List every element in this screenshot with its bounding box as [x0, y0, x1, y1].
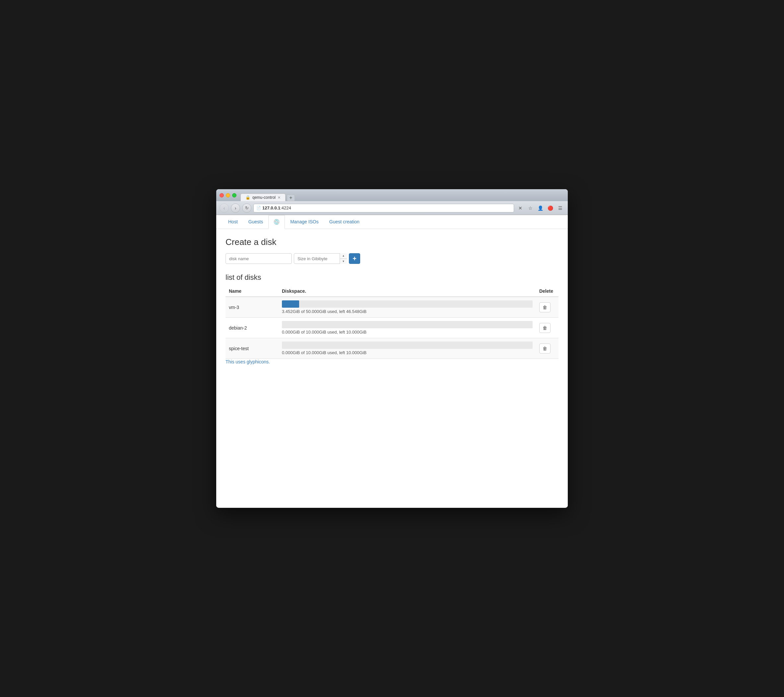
tab-guests[interactable]: Guests — [243, 215, 268, 229]
star-icon[interactable]: ☆ — [526, 204, 535, 212]
tab-guest-creation[interactable]: Guest creation — [324, 215, 365, 229]
progress-bar-fill — [282, 301, 299, 308]
address-port: :4224 — [280, 205, 291, 210]
diskspace-cell: 0.000GiB of 10.000GiB used, left 10.000G… — [278, 338, 536, 359]
disk-name-cell: vm-3 — [226, 297, 278, 318]
toolbar: ‹ › ↻ 📄 127.0.0.1:4224 ✕ ☆ 👤 🔴 ☰ — [216, 201, 568, 215]
delete-button[interactable]: 🗑 — [539, 323, 550, 333]
delete-button[interactable]: 🗑 — [539, 344, 550, 353]
table-row: vm-3 3.452GiB of 50.000GiB used, left 46… — [226, 297, 558, 318]
tab-close-icon[interactable]: ✕ — [278, 195, 280, 200]
tab-bar: 🔒 qemu-control ✕ + — [240, 189, 295, 201]
bookmark-icon[interactable]: ✕ — [516, 204, 525, 212]
title-bar: 🔒 qemu-control ✕ + — [216, 189, 568, 201]
addon1-icon[interactable]: 👤 — [536, 204, 545, 212]
disk-name-cell: spice-test — [226, 338, 278, 359]
delete-cell: 🗑 — [536, 318, 558, 338]
tab-manage-isos[interactable]: Manage ISOs — [285, 215, 324, 229]
diskspace-cell: 3.452GiB of 50.000GiB used, left 46.548G… — [278, 297, 536, 318]
tab-favicon: 🔒 — [245, 195, 250, 200]
add-disk-button[interactable]: + — [349, 253, 360, 264]
tab-title: qemu-control — [252, 195, 276, 200]
disk-info-text: 3.452GiB of 50.000GiB used, left 46.548G… — [282, 309, 533, 314]
address-text: 127.0.0.1:4224 — [262, 205, 291, 210]
forward-button[interactable]: › — [231, 203, 240, 213]
disk-info-text: 0.000GiB of 10.000GiB used, left 10.000G… — [282, 330, 533, 335]
delete-cell: 🗑 — [536, 338, 558, 359]
col-diskspace: Diskspace. — [278, 286, 536, 297]
disk-table: Name Diskspace. Delete vm-3 3.452GiB of … — [226, 286, 558, 359]
diskspace-cell: 0.000GiB of 10.000GiB used, left 10.000G… — [278, 318, 536, 338]
delete-button[interactable]: 🗑 — [539, 302, 550, 312]
spinner-down-button[interactable]: ▼ — [340, 259, 347, 264]
new-tab-button[interactable]: + — [287, 195, 295, 201]
main-area: Create a disk ▲ ▼ + list of disks — [216, 229, 568, 373]
size-spinner: ▲ ▼ — [339, 253, 347, 264]
table-row: spice-test 0.000GiB of 10.000GiB used, l… — [226, 338, 558, 359]
spinner-up-button[interactable]: ▲ — [340, 253, 347, 259]
delete-cell: 🗑 — [536, 297, 558, 318]
col-name: Name — [226, 286, 278, 297]
refresh-button[interactable]: ↻ — [242, 203, 251, 213]
disk-name-input[interactable] — [226, 253, 292, 264]
progress-bar-container — [282, 301, 533, 308]
address-bold: 127.0.0.1 — [262, 205, 280, 210]
progress-bar-container — [282, 342, 533, 349]
create-disk-form: ▲ ▼ + — [226, 253, 558, 264]
size-input[interactable] — [294, 253, 347, 264]
toolbar-actions: ✕ ☆ 👤 🔴 ☰ — [516, 204, 565, 212]
back-button[interactable]: ‹ — [219, 203, 229, 213]
addon2-icon[interactable]: 🔴 — [546, 204, 555, 212]
page-content: Host Guests 💿 Manage ISOs Guest creation… — [216, 215, 568, 507]
browser-window: 🔒 qemu-control ✕ + ‹ › ↻ 📄 127.0.0.1:422… — [216, 189, 568, 508]
col-delete: Delete — [536, 286, 558, 297]
table-header: Name Diskspace. Delete — [226, 286, 558, 297]
nav-tabs: Host Guests 💿 Manage ISOs Guest creation — [216, 215, 568, 229]
maximize-button[interactable] — [232, 193, 236, 198]
lock-icon: 📄 — [256, 206, 261, 210]
disk-name-cell: debian-2 — [226, 318, 278, 338]
menu-icon[interactable]: ☰ — [556, 204, 565, 212]
minimize-button[interactable] — [226, 193, 230, 198]
tab-disk[interactable]: 💿 — [268, 215, 285, 229]
address-bar[interactable]: 📄 127.0.0.1:4224 — [254, 204, 514, 212]
browser-tab[interactable]: 🔒 qemu-control ✕ — [240, 193, 285, 201]
disk-table-body: vm-3 3.452GiB of 50.000GiB used, left 46… — [226, 297, 558, 359]
size-input-wrapper: ▲ ▼ — [294, 253, 347, 264]
tab-host[interactable]: Host — [223, 215, 243, 229]
table-row: debian-2 0.000GiB of 10.000GiB used, lef… — [226, 318, 558, 338]
close-button[interactable] — [219, 193, 224, 198]
disk-info-text: 0.000GiB of 10.000GiB used, left 10.000G… — [282, 350, 533, 355]
list-of-disks-title: list of disks — [226, 273, 558, 282]
disk-tab-icon: 💿 — [273, 219, 280, 225]
page-title: Create a disk — [226, 237, 558, 247]
traffic-lights — [219, 193, 236, 198]
glyphicons-link[interactable]: This uses glyphicons. — [226, 359, 270, 365]
progress-bar-container — [282, 321, 533, 328]
